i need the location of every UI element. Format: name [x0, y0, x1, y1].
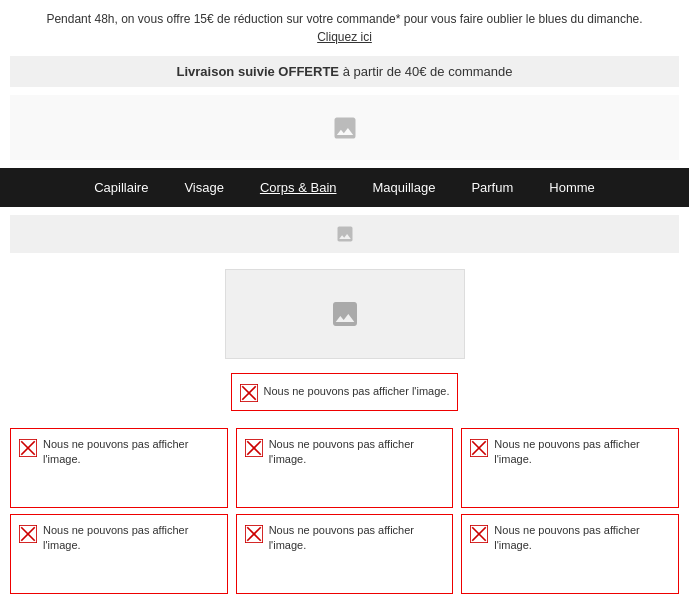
- product-card-5[interactable]: Nous ne pouvons pas afficher l'image.: [236, 514, 454, 594]
- search-filter-bar: [10, 215, 679, 253]
- main-category-section: [10, 261, 679, 367]
- nav-item-parfum[interactable]: Parfum: [453, 168, 531, 207]
- search-placeholder: [335, 224, 355, 244]
- product-card-1[interactable]: Nous ne pouvons pas afficher l'image.: [10, 428, 228, 508]
- product-4-text: Nous ne pouvons pas afficher l'image.: [43, 523, 219, 554]
- logo-placeholder: [331, 114, 359, 142]
- promo-text: Pendant 48h, on vous offre 15€ de réduct…: [46, 12, 642, 26]
- product-grid-row-1: Nous ne pouvons pas afficher l'image. No…: [10, 428, 679, 508]
- product-6-text: Nous ne pouvons pas afficher l'image.: [494, 523, 670, 554]
- promo-bar: Pendant 48h, on vous offre 15€ de réduct…: [0, 0, 689, 56]
- logo-area: [10, 95, 679, 160]
- main-category-banner: [225, 269, 465, 359]
- broken-banner-card: Nous ne pouvons pas afficher l'image.: [231, 373, 459, 411]
- livraison-label-bold: Livraison suivie OFFERTE: [177, 64, 340, 79]
- products-section: Nous ne pouvons pas afficher l'image. No…: [0, 417, 689, 605]
- product-2-text: Nous ne pouvons pas afficher l'image.: [269, 437, 445, 468]
- product-1-text: Nous ne pouvons pas afficher l'image.: [43, 437, 219, 468]
- product-3-text: Nous ne pouvons pas afficher l'image.: [494, 437, 670, 468]
- product-grid-row-2: Nous ne pouvons pas afficher l'image. No…: [10, 514, 679, 594]
- nav-item-maquillage[interactable]: Maquillage: [355, 168, 454, 207]
- product-card-3[interactable]: Nous ne pouvons pas afficher l'image.: [461, 428, 679, 508]
- product-card-4[interactable]: Nous ne pouvons pas afficher l'image.: [10, 514, 228, 594]
- product-card-2[interactable]: Nous ne pouvons pas afficher l'image.: [236, 428, 454, 508]
- product-card-6[interactable]: Nous ne pouvons pas afficher l'image.: [461, 514, 679, 594]
- nav-item-homme[interactable]: Homme: [531, 168, 613, 207]
- broken-banner-text: Nous ne pouvons pas afficher l'image.: [264, 384, 450, 399]
- livraison-banner: Livraison suivie OFFERTE à partir de 40€…: [10, 56, 679, 87]
- broken-banner-section: Nous ne pouvons pas afficher l'image.: [10, 373, 679, 411]
- nav-item-visage[interactable]: Visage: [166, 168, 242, 207]
- nav-item-corps-bain[interactable]: Corps & Bain: [242, 168, 355, 207]
- product-5-text: Nous ne pouvons pas afficher l'image.: [269, 523, 445, 554]
- livraison-label-rest: à partir de 40€ de commande: [339, 64, 512, 79]
- nav-item-capillaire[interactable]: Capillaire: [76, 168, 166, 207]
- promo-link[interactable]: Cliquez ici: [317, 30, 372, 44]
- main-banner-placeholder: [329, 298, 361, 330]
- nav-bar: Capillaire Visage Corps & Bain Maquillag…: [0, 168, 689, 207]
